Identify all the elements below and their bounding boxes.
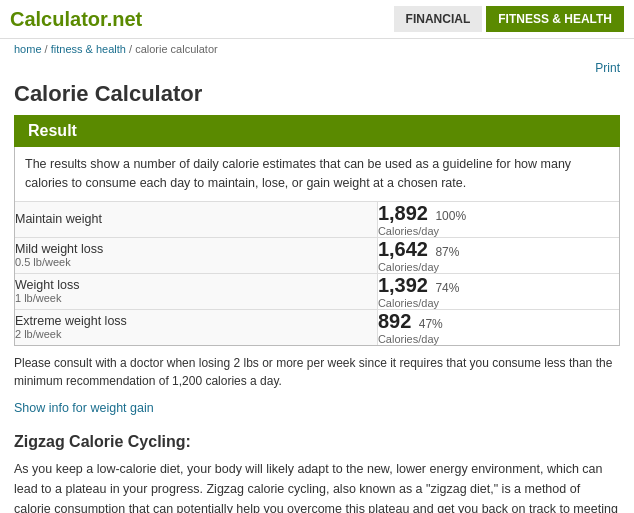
breadcrumb-fitness[interactable]: fitness & health — [51, 43, 126, 55]
calorie-pct: 47% — [419, 317, 443, 331]
logo-net: net — [112, 8, 142, 30]
breadcrumb-current: calorie calculator — [135, 43, 218, 55]
logo-text: Calculator — [10, 8, 107, 30]
calorie-unit: Calories/day — [378, 225, 619, 237]
calorie-value: 1,892 — [378, 202, 428, 224]
breadcrumb: home / fitness & health / calorie calcul… — [0, 39, 634, 59]
site-header: Calculator.net FINANCIAL FITNESS & HEALT… — [0, 0, 634, 39]
zigzag-text-part1: As you keep a low-calorie diet, your bod… — [14, 462, 618, 514]
print-row: Print — [0, 59, 634, 77]
row-sub-label: 2 lb/week — [15, 328, 377, 340]
calorie-value: 892 — [378, 310, 411, 332]
nav-buttons: FINANCIAL FITNESS & HEALTH — [394, 6, 624, 32]
table-row: Weight loss 1 lb/week 1,392 74% Calories… — [15, 273, 619, 309]
zigzag-title: Zigzag Calorie Cycling: — [0, 425, 634, 455]
calorie-value: 1,392 — [378, 274, 428, 296]
calorie-unit: Calories/day — [378, 333, 619, 345]
calorie-unit: Calories/day — [378, 261, 619, 273]
table-row: Maintain weight 1,892 100% Calories/day — [15, 202, 619, 238]
calorie-value: 1,642 — [378, 238, 428, 260]
row-label-text: Extreme weight loss — [15, 314, 127, 328]
print-link[interactable]: Print — [595, 61, 620, 75]
zigzag-text: As you keep a low-calorie diet, your bod… — [0, 455, 634, 514]
weight-gain-link[interactable]: Show info for weight gain — [14, 401, 154, 415]
calorie-unit: Calories/day — [378, 297, 619, 309]
calorie-pct: 74% — [435, 281, 459, 295]
row-label-text: Mild weight loss — [15, 242, 103, 256]
fitness-health-button[interactable]: FITNESS & HEALTH — [486, 6, 624, 32]
table-row: Mild weight loss 0.5 lb/week 1,642 87% C… — [15, 237, 619, 273]
row-label-text: Maintain weight — [15, 212, 102, 226]
calorie-pct: 87% — [435, 245, 459, 259]
breadcrumb-home[interactable]: home — [14, 43, 42, 55]
row-sub-label: 0.5 lb/week — [15, 256, 377, 268]
page-title: Calorie Calculator — [0, 77, 634, 115]
calorie-pct: 100% — [435, 209, 466, 223]
row-label-text: Weight loss — [15, 278, 79, 292]
calorie-table: Maintain weight 1,892 100% Calories/day … — [15, 202, 619, 345]
site-logo: Calculator.net — [10, 8, 142, 31]
result-box: The results show a number of daily calor… — [14, 147, 620, 346]
weight-gain-section: Show info for weight gain — [0, 398, 634, 425]
warning-text: Please consult with a doctor when losing… — [0, 346, 634, 398]
result-description: The results show a number of daily calor… — [15, 147, 619, 202]
row-sub-label: 1 lb/week — [15, 292, 377, 304]
table-row: Extreme weight loss 2 lb/week 892 47% Ca… — [15, 309, 619, 345]
result-header: Result — [14, 115, 620, 147]
financial-button[interactable]: FINANCIAL — [394, 6, 483, 32]
